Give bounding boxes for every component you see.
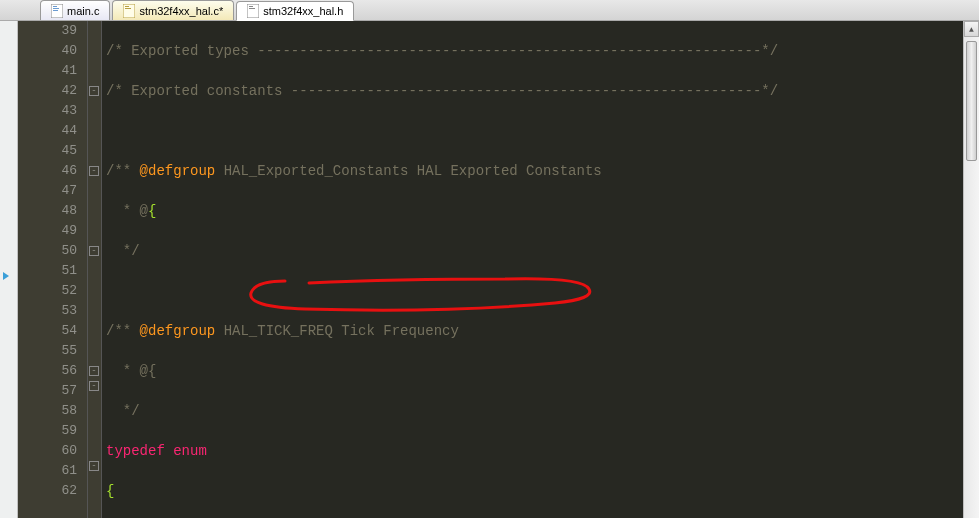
code-text: HAL_TICK_FREQ Tick Frequency xyxy=(215,323,459,339)
svg-rect-9 xyxy=(249,8,255,9)
svg-rect-3 xyxy=(53,10,58,11)
svg-rect-1 xyxy=(53,6,57,7)
line-number: 57 xyxy=(18,381,77,401)
line-number: 54 xyxy=(18,321,77,341)
code-text: /** xyxy=(106,163,131,179)
code-text: /* Exported constants ------------------… xyxy=(106,83,778,99)
tab-label: stm32f4xx_hal.h xyxy=(263,5,343,17)
code-text: HAL_Exported_Constants HAL Exported Cons… xyxy=(215,163,601,179)
tab-hal-c[interactable]: stm32f4xx_hal.c* xyxy=(112,0,234,20)
code-text: @defgroup xyxy=(131,323,215,339)
line-number: 56 xyxy=(18,361,77,381)
code-text: */ xyxy=(106,403,140,419)
line-number: 59 xyxy=(18,421,77,441)
tab-bar: main.c stm32f4xx_hal.c* stm32f4xx_hal.h xyxy=(0,0,979,21)
code-text: @defgroup xyxy=(131,163,215,179)
line-number: 43 xyxy=(18,101,77,121)
line-number: 52 xyxy=(18,281,77,301)
line-number: 46 xyxy=(18,161,77,181)
fold-toggle-icon[interactable]: - xyxy=(89,381,99,391)
line-number: 50 xyxy=(18,241,77,261)
marker-gutter[interactable] xyxy=(0,21,18,518)
line-number: 40 xyxy=(18,41,77,61)
tab-label: stm32f4xx_hal.c* xyxy=(139,5,223,17)
code-editor[interactable]: /* Exported types ----------------------… xyxy=(102,21,963,518)
scroll-thumb[interactable] xyxy=(966,41,977,161)
file-h-icon xyxy=(247,4,259,18)
fold-toggle-icon[interactable]: - xyxy=(89,246,99,256)
tab-hal-h[interactable]: stm32f4xx_hal.h xyxy=(236,1,354,21)
line-number: 55 xyxy=(18,341,77,361)
line-number: 42 xyxy=(18,81,77,101)
code-text: * @ xyxy=(106,203,148,219)
code-text: { xyxy=(106,483,114,499)
file-c-mod-icon xyxy=(123,4,135,18)
scroll-track[interactable] xyxy=(964,37,979,518)
vertical-scrollbar[interactable]: ▲ ▼ xyxy=(963,21,979,518)
svg-rect-6 xyxy=(125,8,131,9)
fold-toggle-icon[interactable]: - xyxy=(89,86,99,96)
line-number: 49 xyxy=(18,221,77,241)
app-window: main.c stm32f4xx_hal.c* stm32f4xx_hal.h … xyxy=(0,0,979,518)
line-number: 61 xyxy=(18,461,77,481)
editor-area: 39 40 41 42 43 44 45 46 47 48 49 50 51 5… xyxy=(0,21,979,518)
fold-toggle-icon[interactable]: - xyxy=(89,166,99,176)
svg-rect-5 xyxy=(125,6,129,7)
code-text: { xyxy=(148,203,156,219)
line-number: 39 xyxy=(18,21,77,41)
current-line-marker-icon xyxy=(3,272,11,280)
code-text: /** xyxy=(106,323,131,339)
line-number: 47 xyxy=(18,181,77,201)
line-number: 62 xyxy=(18,481,77,501)
file-c-icon xyxy=(51,4,63,18)
code-text: */ xyxy=(106,243,140,259)
line-number: 44 xyxy=(18,121,77,141)
line-number-gutter: 39 40 41 42 43 44 45 46 47 48 49 50 51 5… xyxy=(18,21,88,518)
line-number: 48 xyxy=(18,201,77,221)
scroll-up-button[interactable]: ▲ xyxy=(964,21,979,37)
svg-rect-8 xyxy=(249,6,253,7)
fold-gutter: - - - - - - xyxy=(88,21,102,518)
line-number: 45 xyxy=(18,141,77,161)
code-text: /* Exported types ----------------------… xyxy=(106,43,778,59)
fold-toggle-icon[interactable]: - xyxy=(89,366,99,376)
fold-toggle-icon[interactable]: - xyxy=(89,461,99,471)
line-number: 51 xyxy=(18,261,77,281)
line-number: 60 xyxy=(18,441,77,461)
line-number: 58 xyxy=(18,401,77,421)
code-text: * @{ xyxy=(106,363,156,379)
line-number: 53 xyxy=(18,301,77,321)
line-number: 41 xyxy=(18,61,77,81)
svg-rect-2 xyxy=(53,8,59,9)
tab-label: main.c xyxy=(67,5,99,17)
tab-main-c[interactable]: main.c xyxy=(40,0,110,20)
code-text: typedef enum xyxy=(106,443,207,459)
